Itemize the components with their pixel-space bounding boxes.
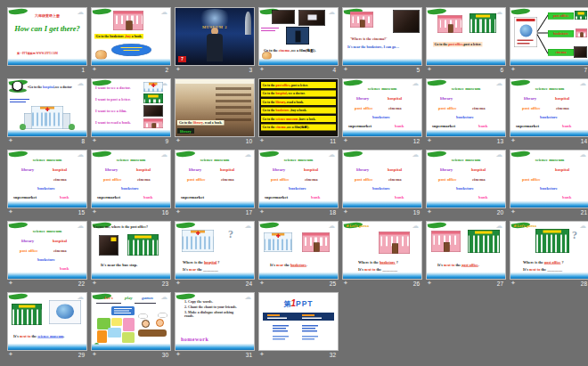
slide-thumbnail-31[interactable]: ☁ 1. Copy the words. 2. Chant the chant …: [175, 292, 253, 362]
bookstore-building: [437, 15, 462, 33]
slide-thumbnail-26[interactable]: ☁ Let's guess Where is the bookstore ? I…: [342, 221, 421, 290]
slide-thumbnail-8[interactable]: ☁ •Go to the hospital,see a doctor ✦ 8: [7, 78, 86, 148]
slide-thumbnail-11[interactable]: Go to the post office, post a letter. Go…: [258, 78, 337, 148]
slide-number: 27: [497, 281, 503, 287]
animation-star-icon[interactable]: ✦: [259, 351, 265, 358]
info-text-bar: [273, 328, 286, 329]
hamster-cartoon: [95, 50, 107, 60]
caption-highlight: library: [193, 121, 203, 126]
kid-cartoon: [142, 320, 150, 328]
animation-star-icon[interactable]: ✦: [92, 280, 97, 287]
animation-star-icon[interactable]: ✦: [343, 208, 348, 216]
slide-thumbnail-23[interactable]: Excuse me, where is the post office? It'…: [91, 221, 169, 290]
slide-thumbnail-6[interactable]: ☁ Go to the post office,post a letter. ✦…: [426, 7, 504, 77]
slide-thumbnail-2[interactable]: ☁ Go to the bookstore ,buy a book. ✦ 2: [91, 7, 169, 77]
animation-star-icon[interactable]: ✦: [259, 208, 265, 216]
slide-20-canvas: ☁science museumlibraryhospitalpost offic…: [427, 150, 505, 207]
slide-number: 30: [162, 352, 168, 358]
animation-star-icon[interactable]: ✦: [8, 280, 13, 287]
post: ,see a film(电影).: [286, 126, 310, 129]
animation-star-icon[interactable]: ✦: [92, 351, 97, 358]
sentence-line: Go to the cinema ,see a film(电影).: [264, 48, 316, 53]
animation-star-icon[interactable]: ✦: [8, 351, 13, 358]
slide-thumbnail-9[interactable]: ☁ I want to see a doctor. I want to post…: [91, 78, 169, 148]
place-word: library: [276, 101, 286, 104]
slide-frame: MUSEUM 2 7: [175, 7, 255, 66]
slide-thumbnail-15[interactable]: ☁science museumlibraryhospitalcinemabook…: [7, 150, 86, 219]
slide-thumbnail-21[interactable]: ☁science museumhospitalpost officebookst…: [510, 150, 588, 219]
slide-thumbnail-12[interactable]: ☁science museumlibraryhospitalpost offic…: [342, 78, 421, 148]
post-office-building: [535, 229, 569, 253]
slide-thumbnail-16[interactable]: ☁science museumlibraryhospitalpost offic…: [91, 150, 169, 219]
game-title-part: Let's: [104, 295, 113, 300]
animation-star-icon[interactable]: ✦: [427, 66, 432, 73]
slide-thumbnail-29[interactable]: ☁ It's next to the science museum. ✦ 29: [7, 292, 86, 362]
animation-star-icon[interactable]: ✦: [92, 137, 97, 144]
slide-thumbnail-1[interactable]: ☁ 六年级英语上册 How can I get there? 第一PPT模板网 …: [7, 7, 86, 77]
slide-thumbnail-14[interactable]: ☁science museumlibraryhospitalpost offic…: [510, 78, 588, 148]
slide-thumbnail-13[interactable]: ☁science museumlibrarypost officecinemab…: [426, 78, 504, 148]
slide-frame: ☁ •Go to the hospital,see a doctor: [7, 78, 87, 137]
word-cinema: cinema: [388, 106, 402, 110]
animation-star-icon[interactable]: ✦: [427, 280, 432, 287]
animation-star-icon[interactable]: ✦: [176, 66, 181, 73]
slide-thumbnail-17[interactable]: ☁science museumlibraryhospitalpost offic…: [175, 150, 253, 219]
animation-star-icon[interactable]: ✦: [8, 137, 13, 144]
a-blank: ________: [203, 267, 218, 272]
animation-star-icon[interactable]: ✦: [343, 66, 348, 73]
brand-logo: 第1PPT: [259, 298, 338, 309]
slide-thumbnail-7[interactable]: ☁ post office bookstore cinema ✦ 7: [510, 7, 588, 77]
animation-star-icon[interactable]: ✦: [510, 66, 516, 73]
slide-thumbnail-18[interactable]: ☁science museumlibraryhospitalpost offic…: [258, 150, 337, 219]
bus-stop-photo: [99, 235, 118, 256]
word-bookstore: bookstore: [456, 186, 474, 191]
word-bookstore: bookstore: [540, 115, 558, 119]
animation-star-icon[interactable]: ✦: [427, 137, 432, 144]
slide-thumbnail-30[interactable]: ☁ Let's play games ✦ 30: [91, 292, 169, 362]
a-preposition: next to: [444, 263, 454, 267]
word-supermarket: supermarket: [97, 195, 120, 199]
animation-star-icon[interactable]: ✦: [510, 280, 516, 287]
slide-thumbnail-4[interactable]: ☁ Go to the cinema ,see a film(电影). ✦ 4: [258, 7, 337, 77]
animation-star-icon[interactable]: ✦: [259, 66, 265, 73]
slide-thumbnail-25[interactable]: ☁ It's near the bookstore. ✦ 25: [258, 221, 337, 290]
animation-star-icon[interactable]: ✦: [259, 137, 265, 144]
bus-stop-sign: [111, 238, 117, 242]
speech-bubble: [111, 44, 151, 56]
slide-thumbnail-27[interactable]: ☁ It's next to the post office. ✦ 27: [426, 221, 504, 290]
animation-star-icon[interactable]: ✦: [8, 208, 13, 216]
bookstore-building: [379, 232, 410, 254]
animation-star-icon[interactable]: ✦: [92, 66, 97, 73]
speech-bubble: [138, 313, 148, 319]
slide-thumbnail-28[interactable]: ☁ Let's guess ? Where is the post office…: [510, 221, 588, 290]
animation-star-icon[interactable]: ✦: [343, 280, 348, 287]
pre: Go to the: [263, 118, 276, 121]
slide-thumbnail-32[interactable]: 第1PPT ✦ 32: [258, 292, 337, 362]
slide-thumbnail-20[interactable]: ☁science museumlibraryhospitalpost offic…: [426, 150, 504, 219]
animation-star-icon[interactable]: ✦: [176, 280, 181, 287]
animation-star-icon[interactable]: ✦: [176, 351, 181, 358]
arrow-line: [537, 33, 548, 34]
slide-thumbnail-5[interactable]: ☁ 'Where is the cinema?' It's near the b…: [342, 7, 421, 77]
slide-thumbnail-10[interactable]: Go to the library, read a book. library …: [175, 78, 253, 148]
slide-30-canvas: ☁ Let's play games: [92, 293, 170, 350]
animation-star-icon[interactable]: ✦: [176, 208, 181, 216]
animation-star-icon[interactable]: ✦: [427, 208, 432, 216]
slide-thumbnail-24[interactable]: ☁ ? Where is the hospital ? It's near th…: [175, 221, 253, 290]
slide-frame: ☁ 六年级英语上册 How can I get there? 第一PPT模板网 …: [7, 7, 87, 66]
cinema-photo: [393, 10, 420, 33]
animation-star-icon[interactable]: ✦: [510, 208, 516, 216]
animation-star-icon[interactable]: ✦: [92, 208, 97, 216]
mosaic-block: [123, 318, 135, 331]
word-bookstore: bookstore: [372, 186, 390, 191]
animation-star-icon[interactable]: ✦: [259, 280, 265, 287]
animation-star-icon[interactable]: ✦: [510, 137, 516, 144]
slide-thumbnail-19[interactable]: ☁libraryhospitalpost officecinemabooksto…: [342, 150, 421, 219]
slide-thumbnail-22[interactable]: ☁science museumlibraryhospitalpost offic…: [7, 221, 86, 290]
animation-star-icon[interactable]: ✦: [343, 137, 348, 144]
slide-thumbnail-3[interactable]: MUSEUM 2 7 ✦ 3: [175, 7, 253, 77]
banner-text-bar: [302, 314, 314, 316]
answer-line: It's next to the ________: [358, 267, 397, 272]
slide-frame: ☁ It's near the bookstore.: [258, 221, 339, 280]
animation-star-icon[interactable]: ✦: [176, 137, 181, 144]
